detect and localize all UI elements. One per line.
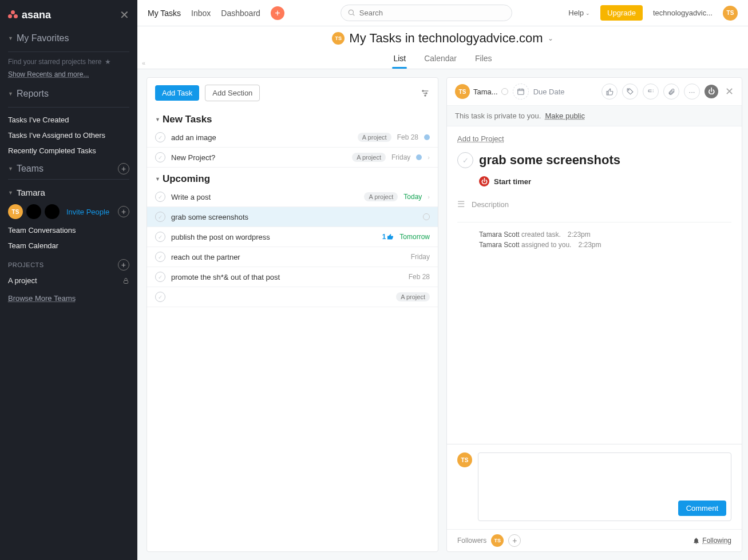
project-color-dot [416,154,422,160]
add-task-button[interactable]: Add Task [155,85,199,101]
like-icon[interactable] [601,84,618,100]
task-row[interactable]: ✓ add an image A project Feb 28 [147,128,438,148]
logo[interactable]: asana [8,9,51,21]
task-row[interactable]: ✓ New Project? A project Friday › [147,148,438,168]
sidebar: asana ✕ ▼ My Favorites Find your starred… [0,0,137,560]
add-project-button[interactable]: + [118,259,129,271]
chevron-down-icon[interactable]: ⌄ [548,34,553,42]
complete-check-icon[interactable]: ✓ [155,192,165,202]
report-link-tasks-created[interactable]: Tasks I've Created [0,112,137,128]
task-due: Friday [411,253,430,261]
clear-assignee-icon[interactable] [501,88,508,95]
following-toggle[interactable]: Following [692,537,731,545]
logo-text: asana [22,9,51,21]
tag-icon[interactable] [622,84,638,100]
comment-button[interactable]: Comment [678,501,726,516]
teams-heading[interactable]: Teams [17,164,43,174]
task-detail-panel: TS Tama... Due Date ··· ⏻ ✕ [446,77,742,552]
start-timer-button[interactable]: ⏻ Start timer [479,176,731,186]
project-pill[interactable]: A project [396,292,430,301]
subtask-icon[interactable] [643,84,659,100]
attachment-icon[interactable] [663,84,679,100]
add-section-button[interactable]: Add Section [205,85,260,101]
expand-sidebar-icon[interactable]: « [142,59,145,66]
complete-check-icon[interactable]: ✓ [155,132,165,142]
report-link-recently-completed[interactable]: Recently Completed Tasks [0,143,137,158]
team-conversations-link[interactable]: Team Conversations [0,223,137,238]
due-date-icon[interactable] [513,84,529,100]
project-pill[interactable]: A project [358,133,391,142]
add-follower-button[interactable]: + [508,534,521,547]
svg-rect-9 [517,89,524,94]
create-button[interactable]: + [271,6,284,20]
complete-check-icon[interactable]: ✓ [155,232,165,242]
nav-dashboard[interactable]: Dashboard [221,9,260,18]
nav-inbox[interactable]: Inbox [191,9,211,18]
show-recents-link[interactable]: Show Recents and more... [0,70,137,84]
complete-check-icon[interactable]: ✓ [155,212,165,222]
collapse-sidebar-icon[interactable]: ✕ [120,8,129,22]
add-to-project-link[interactable]: Add to Project [457,134,504,143]
project-pill[interactable]: A project [364,192,398,201]
task-row[interactable]: ✓ publish the post on wordpress 1 Tomorr… [147,227,438,247]
org-menu[interactable]: technologyadvic... [653,9,713,17]
caret-down-icon: ▼ [8,166,13,172]
tab-list[interactable]: List [392,50,407,69]
caret-down-icon: ▼ [8,190,13,196]
tab-calendar[interactable]: Calendar [423,50,458,69]
task-row[interactable]: ✓ reach out the partner Friday [147,247,438,267]
tab-files[interactable]: Files [474,50,493,69]
privacy-text: This task is private to you. [455,112,541,120]
more-icon[interactable]: ··· [684,84,700,100]
complete-check-icon[interactable]: ✓ [155,272,165,282]
search-input[interactable] [341,5,512,21]
section-new-tasks[interactable]: ▼ New Tasks [147,108,438,128]
task-row[interactable]: ✓ grab some screenshots [147,207,438,227]
project-pill[interactable]: A project [352,153,386,162]
add-member-button[interactable]: + [118,206,129,217]
complete-check-icon[interactable]: ✓ [155,152,165,162]
task-row[interactable]: ✓ A project [147,287,438,307]
project-link-a-project[interactable]: A project [0,273,137,288]
favorites-hint: Find your starred projects here ★ [0,57,137,70]
like-count[interactable]: 1 [382,233,394,241]
section-label: Upcoming [163,173,210,185]
assignee-chip[interactable]: TS Tama... [455,84,508,99]
avatar[interactable]: TS [8,204,23,219]
section-upcoming[interactable]: ▼ Upcoming [147,168,438,187]
report-link-tasks-assigned[interactable]: Tasks I've Assigned to Others [0,128,137,143]
favorites-heading[interactable]: ▼ My Favorites [8,33,129,43]
nav-my-tasks[interactable]: My Tasks [148,9,181,18]
browse-more-teams-link[interactable]: Browse More Teams [0,288,137,308]
make-public-link[interactable]: Make public [545,112,585,120]
description-field[interactable]: ☰ Description [457,199,731,209]
complete-check-icon[interactable]: ✓ [155,252,165,262]
caret-down-icon: ▼ [155,176,160,182]
followers-label: Followers [457,537,486,545]
add-team-button[interactable]: + [118,163,129,174]
close-icon[interactable]: ✕ [725,85,734,98]
follower-avatar[interactable]: TS [491,534,504,547]
assignee-name: Tama... [473,88,498,96]
harvest-timer-icon[interactable]: ⏻ [705,85,718,98]
due-date-label[interactable]: Due Date [533,88,565,96]
avatar[interactable] [45,204,60,219]
complete-check-icon[interactable]: ✓ [155,292,165,302]
reports-heading[interactable]: ▼ Reports [8,89,129,99]
complete-check-icon[interactable]: ✓ [457,152,473,168]
task-row[interactable]: ✓ Write a post A project Today › [147,187,438,207]
task-detail-title[interactable]: grab some screenshots [479,153,620,168]
team-link-tamara[interactable]: ▼ Tamara [0,184,137,201]
user-avatar[interactable]: TS [723,6,738,21]
team-calendar-link[interactable]: Team Calendar [0,238,137,253]
avatar[interactable] [26,204,41,219]
start-timer-label: Start timer [494,177,531,186]
upgrade-button[interactable]: Upgrade [600,5,643,21]
comment-input[interactable] [483,458,726,496]
description-placeholder: Description [472,200,509,209]
invite-people-link[interactable]: Invite People [66,208,109,216]
filter-icon[interactable] [421,89,430,98]
caret-down-icon: ▼ [155,117,160,122]
help-menu[interactable]: Help ⌄ [568,9,590,17]
task-row[interactable]: ✓ promote the sh*& out of that post Feb … [147,267,438,287]
